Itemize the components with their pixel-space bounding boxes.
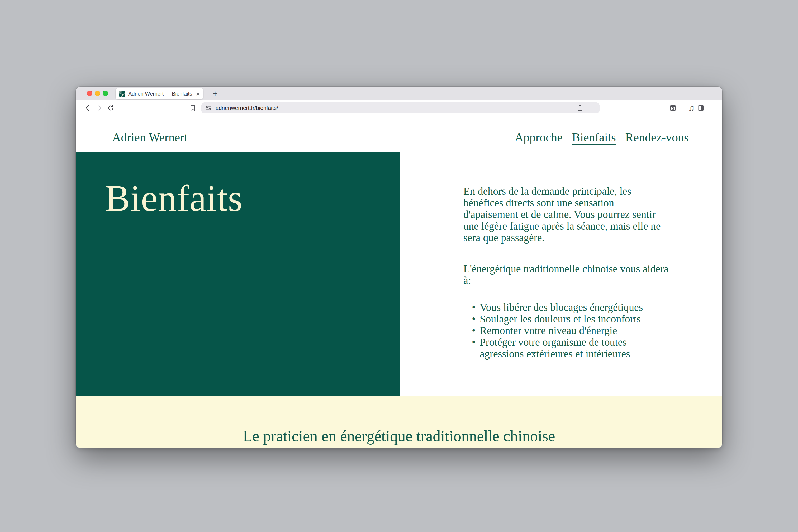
browser-tab[interactable]: Adrien Wernert — Bienfaits × (116, 88, 203, 99)
tab-bar: Adrien Wernert — Bienfaits × + (76, 87, 722, 100)
list-intro: L'énergétique traditionnelle chinoise vo… (463, 263, 677, 286)
site-logo[interactable]: Adrien Wernert (112, 130, 187, 144)
nav-link-rendez-vous[interactable]: Rendez-vous (625, 130, 689, 144)
nav-link-bienfaits[interactable]: Bienfaits (572, 130, 616, 144)
zoom-window-button[interactable] (103, 91, 108, 96)
toolbar-divider (682, 105, 682, 111)
benefit-item: Soulager les douleurs et les inconforts (480, 313, 677, 325)
site-nav: Approche Bienfaits Rendez-vous (515, 130, 689, 144)
reload-icon[interactable] (108, 104, 114, 111)
privacy-toggles-icon[interactable] (206, 105, 211, 111)
tab-title: Adrien Wernert — Bienfaits (128, 91, 194, 97)
hamburger-menu-icon[interactable] (709, 104, 717, 111)
bookmark-icon[interactable] (189, 104, 196, 111)
url-text[interactable]: adrienwernert.fr/bienfaits/ (215, 102, 278, 113)
benefits-list: Vous libérer des blocages énergétiques S… (463, 302, 677, 360)
share-icon[interactable] (576, 104, 584, 111)
tab-close-icon[interactable]: × (196, 91, 200, 97)
intro-paragraph: En dehors de la demande principale, lesb… (463, 186, 677, 244)
address-bar-divider (593, 105, 593, 111)
footer-band: Le praticien en énergétique traditionnel… (76, 396, 722, 448)
site-header: Adrien Wernert Approche Bienfaits Rendez… (112, 130, 689, 144)
footer-heading: Le praticien en énergétique traditionnel… (76, 396, 722, 445)
music-note-icon[interactable]: ♫ (687, 103, 696, 113)
page-content: Adrien Wernert Approche Bienfaits Rendez… (76, 116, 722, 448)
back-icon[interactable] (84, 104, 91, 111)
page-title: Bienfaits (105, 177, 243, 219)
site-favicon-icon (119, 91, 125, 97)
new-tab-button[interactable]: + (209, 87, 221, 99)
split-view-icon[interactable] (698, 104, 704, 111)
browser-toolbar: adrienwernert.fr/bienfaits/ ♫ (76, 100, 722, 116)
minimize-window-button[interactable] (95, 91, 100, 96)
hero-panel: Bienfaits (76, 152, 400, 396)
close-window-button[interactable] (87, 91, 92, 96)
browser-window: Adrien Wernert — Bienfaits × + (76, 87, 722, 448)
benefit-item: Vous libérer des blocages énergétiques (480, 302, 677, 313)
nav-link-approche[interactable]: Approche (515, 130, 562, 144)
address-bar[interactable]: adrienwernert.fr/bienfaits/ (201, 102, 600, 113)
benefit-item: Remonter votre niveau d'énergie (480, 325, 677, 337)
text-column: En dehors de la demande principale, lesb… (463, 186, 677, 360)
benefit-item: Protéger votre organisme de toutesagress… (480, 337, 677, 360)
forward-icon[interactable] (96, 104, 103, 111)
page-search-icon[interactable] (669, 104, 676, 111)
